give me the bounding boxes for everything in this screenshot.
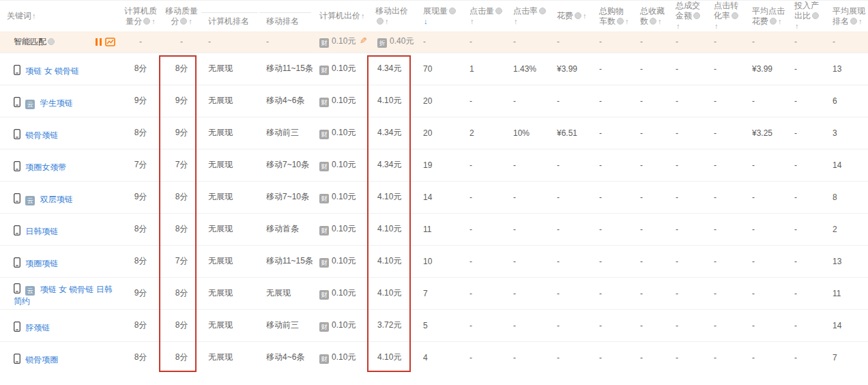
keyword-link[interactable]: 项圈项链 bbox=[25, 259, 58, 268]
mobile-bid-cell[interactable]: 4.34元 bbox=[368, 117, 416, 149]
sort-arrow-icon[interactable]: ↑ bbox=[470, 17, 474, 25]
mobile-bid-cell[interactable]: 4.34元 bbox=[368, 149, 416, 181]
sort-arrow-icon[interactable]: ↑ bbox=[676, 22, 680, 30]
favorites-cell: - bbox=[633, 181, 669, 213]
column-header-2[interactable]: 移动质量分↑ bbox=[162, 1, 201, 31]
help-icon[interactable] bbox=[449, 8, 456, 14]
column-header-16[interactable]: 投入产出比↑ bbox=[787, 1, 826, 31]
column-header-10[interactable]: 花费↑ bbox=[550, 1, 592, 31]
mobile-bid-cell[interactable]: 3.72元 bbox=[368, 309, 416, 341]
mobile-bid-cell[interactable]: 4.34元 bbox=[368, 53, 416, 85]
mobile-bid-cell[interactable]: 4.10元 bbox=[368, 213, 416, 245]
smart-pc-bid-value: 0.10元 bbox=[332, 36, 356, 46]
help-icon[interactable] bbox=[850, 18, 857, 25]
help-icon[interactable] bbox=[575, 12, 581, 19]
column-header-5[interactable]: 计算机出价↑ bbox=[313, 1, 368, 31]
keyword-link[interactable]: 锁骨颈链 bbox=[25, 130, 58, 140]
help-icon[interactable] bbox=[143, 18, 150, 25]
sort-arrow-icon[interactable]: ↑ bbox=[778, 17, 782, 25]
keyword-row: 脖颈链 8分 8分 无展现 移动前三 财0.10元 3.72元 5 - - - … bbox=[0, 309, 868, 341]
avg-cpc-cell: - bbox=[745, 341, 787, 373]
sort-arrow-icon[interactable]: ↑ bbox=[858, 17, 863, 25]
column-header-4[interactable]: 移动排名 bbox=[259, 1, 313, 31]
keyword-row: 云 项链 女 锁骨链 日韩 简约 9分 8分 无展现 无展现 财0.10元 4.… bbox=[0, 277, 868, 309]
column-header-3[interactable]: 计算机排名 bbox=[201, 1, 259, 31]
sort-arrow-icon[interactable]: ↑ bbox=[32, 12, 36, 20]
column-header-17[interactable]: 平均展现排名↑ bbox=[826, 1, 868, 31]
column-header-9[interactable]: 点击率↑ bbox=[506, 1, 550, 31]
pc-bid-cell: 财0.10元 bbox=[313, 309, 368, 341]
pc-bid-cell: 财0.10元 bbox=[313, 341, 368, 373]
pause-icon[interactable] bbox=[96, 38, 102, 46]
mobile-bid-cell[interactable]: 4.10元 bbox=[368, 245, 416, 277]
sort-arrow-icon[interactable]: ↓ bbox=[424, 17, 428, 25]
sort-arrow-icon[interactable]: ↑ bbox=[385, 17, 389, 25]
help-icon[interactable] bbox=[377, 18, 384, 25]
column-label: 点击率 bbox=[513, 6, 538, 16]
keyword-link[interactable]: 脖颈链 bbox=[25, 323, 50, 332]
avg-cpc-cell: - bbox=[745, 149, 787, 181]
column-header-11[interactable]: 总购物车数↑ bbox=[592, 1, 633, 31]
sort-arrow-icon[interactable]: ↑ bbox=[658, 17, 662, 25]
table-header-row: 关键词↑ 计算机质量分↑ 移动质量分↑ 计算机排名 移动排名 计算机出价↑ 移动… bbox=[0, 1, 868, 31]
column-header-1[interactable]: 计算机质量分↑ bbox=[119, 1, 162, 31]
help-icon[interactable] bbox=[812, 12, 819, 19]
column-header-13[interactable]: 总成交金额↑ bbox=[669, 1, 707, 31]
ctr-cell: 10% bbox=[506, 117, 550, 149]
help-icon[interactable] bbox=[539, 8, 546, 14]
column-header-12[interactable]: 总收藏数↑ bbox=[633, 1, 669, 31]
help-icon[interactable] bbox=[650, 18, 656, 25]
column-header-8[interactable]: 点击量↑ bbox=[463, 1, 506, 31]
mobile-quality-cell: 9分 bbox=[162, 85, 201, 117]
smart-match-label: 智能匹配 bbox=[14, 36, 46, 48]
favorites-cell: - bbox=[633, 53, 669, 85]
keyword-link[interactable]: 学生项链 bbox=[40, 98, 73, 108]
column-header-6[interactable]: 移动出价↑ bbox=[368, 1, 416, 31]
word-pack-badge-icon: 云 bbox=[25, 100, 35, 109]
column-header-7[interactable]: 展现量↓ bbox=[416, 1, 463, 31]
column-header-14[interactable]: 点击转化率↑ bbox=[707, 1, 745, 31]
help-icon[interactable] bbox=[770, 18, 777, 25]
pc-bid-badge-icon: 财 bbox=[319, 162, 329, 171]
pc-bid-value: 0.10元 bbox=[332, 288, 356, 298]
column-label: 移动出价 bbox=[375, 6, 408, 16]
column-header-0[interactable]: 关键词↑ bbox=[0, 1, 119, 31]
keyword-link[interactable]: 日韩项链 bbox=[25, 227, 58, 236]
mobile-bid-cell[interactable]: 4.10元 bbox=[368, 277, 416, 309]
pc-bid-value: 0.10元 bbox=[332, 63, 356, 73]
pc-rank-cell: 无展现 bbox=[201, 309, 259, 341]
help-icon[interactable] bbox=[495, 8, 502, 14]
column-header-15[interactable]: 平均点击花费↑ bbox=[745, 1, 787, 31]
keyword-link[interactable]: 锁骨项圈 bbox=[25, 355, 58, 365]
mobile-quality-cell: 8分 bbox=[162, 309, 201, 341]
chart-icon[interactable] bbox=[105, 38, 115, 46]
mobile-bid-cell[interactable]: 4.10元 bbox=[368, 181, 416, 213]
help-icon[interactable] bbox=[693, 12, 700, 19]
impressions-cell: 4 bbox=[416, 341, 463, 373]
sort-arrow-icon[interactable]: ↑ bbox=[714, 22, 719, 30]
help-icon[interactable] bbox=[617, 18, 624, 25]
keyword-link[interactable]: 项链 女 锁骨链 bbox=[25, 66, 79, 76]
mobile-bid-cell[interactable]: 4.10元 bbox=[368, 85, 416, 117]
mobile-bid-cell[interactable]: 4.10元 bbox=[368, 341, 416, 373]
pc-rank-cell: 无展现 bbox=[201, 53, 259, 85]
sort-arrow-icon[interactable]: ↑ bbox=[583, 12, 587, 20]
help-icon[interactable] bbox=[732, 12, 738, 19]
avg-rank-cell: 6 bbox=[826, 85, 868, 117]
help-icon[interactable] bbox=[180, 18, 187, 25]
pc-bid-value: 0.10元 bbox=[332, 96, 356, 105]
sort-arrow-icon[interactable]: ↑ bbox=[625, 17, 629, 25]
keyword-link[interactable]: 项圈女颈带 bbox=[25, 162, 66, 172]
help-icon[interactable] bbox=[48, 38, 55, 45]
sort-arrow-icon[interactable]: ↑ bbox=[795, 22, 799, 30]
sort-arrow-icon[interactable]: ↑ bbox=[514, 17, 518, 25]
sort-arrow-icon[interactable]: ↑ bbox=[151, 17, 156, 25]
sort-arrow-icon[interactable]: ↑ bbox=[188, 17, 192, 25]
roi-cell: - bbox=[787, 309, 826, 341]
avg-cpc-cell: ¥3.25 bbox=[745, 117, 787, 149]
sort-arrow-icon[interactable]: ↑ bbox=[361, 12, 365, 20]
smart-cost: - bbox=[550, 31, 592, 53]
keyword-link[interactable]: 双层项链 bbox=[40, 195, 73, 204]
pc-rank-cell: 无展现 bbox=[201, 117, 259, 149]
edit-pencil-icon[interactable]: ✎ bbox=[360, 35, 367, 46]
